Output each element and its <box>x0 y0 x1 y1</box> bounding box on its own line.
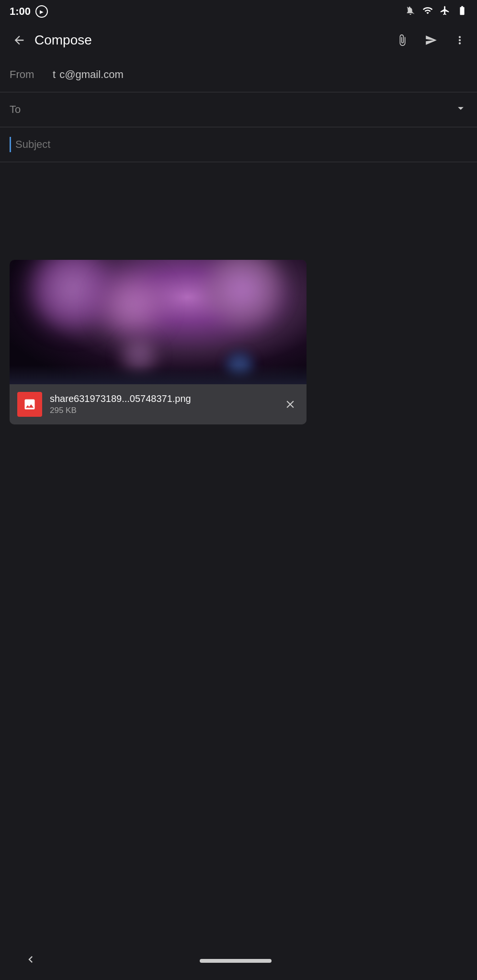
app-bar: Compose <box>0 23 477 57</box>
attachment-details: share631973189...05748371.png 295 KB <box>50 393 274 415</box>
wifi-icon <box>422 5 433 18</box>
status-left: 1:00 <box>10 5 48 18</box>
from-initial: t <box>53 68 56 81</box>
from-label: From <box>10 68 53 81</box>
attachment-filename: share631973189...05748371.png <box>50 393 274 404</box>
status-icon-circle <box>35 5 48 18</box>
expand-recipients-button[interactable] <box>454 101 467 118</box>
attachment-thumb-icon <box>17 392 42 417</box>
attachment-preview <box>10 260 307 384</box>
attach-button[interactable] <box>393 31 412 50</box>
notification-muted-icon <box>405 5 416 18</box>
compose-title: Compose <box>31 33 393 48</box>
to-row[interactable]: To <box>0 92 477 127</box>
back-button[interactable] <box>8 29 31 52</box>
bottom-nav <box>0 942 477 980</box>
from-value: t c@gmail.com <box>53 68 467 81</box>
more-options-button[interactable] <box>450 31 469 50</box>
app-bar-actions <box>393 31 469 50</box>
airplane-icon <box>440 5 450 18</box>
to-input[interactable] <box>53 103 467 116</box>
remove-attachment-button[interactable] <box>282 396 299 413</box>
attachment-info-bar: share631973189...05748371.png 295 KB <box>10 384 307 424</box>
nav-back-button[interactable] <box>19 948 42 974</box>
body-input[interactable] <box>10 172 467 244</box>
attachment-size: 295 KB <box>50 406 274 415</box>
to-label: To <box>10 103 53 116</box>
subject-cursor <box>10 137 11 152</box>
nav-home-pill[interactable] <box>200 959 272 963</box>
battery-icon <box>457 5 467 18</box>
body-area[interactable] <box>0 162 477 255</box>
from-email: c@gmail.com <box>59 68 124 81</box>
status-right <box>405 5 467 18</box>
status-time: 1:00 <box>10 5 31 18</box>
subject-row[interactable] <box>0 127 477 162</box>
from-row: From t c@gmail.com <box>0 57 477 92</box>
send-button[interactable] <box>421 31 441 50</box>
subject-input[interactable] <box>10 138 467 151</box>
to-value[interactable] <box>53 103 467 116</box>
status-bar: 1:00 <box>0 0 477 23</box>
attachment-container: share631973189...05748371.png 295 KB <box>10 260 307 424</box>
